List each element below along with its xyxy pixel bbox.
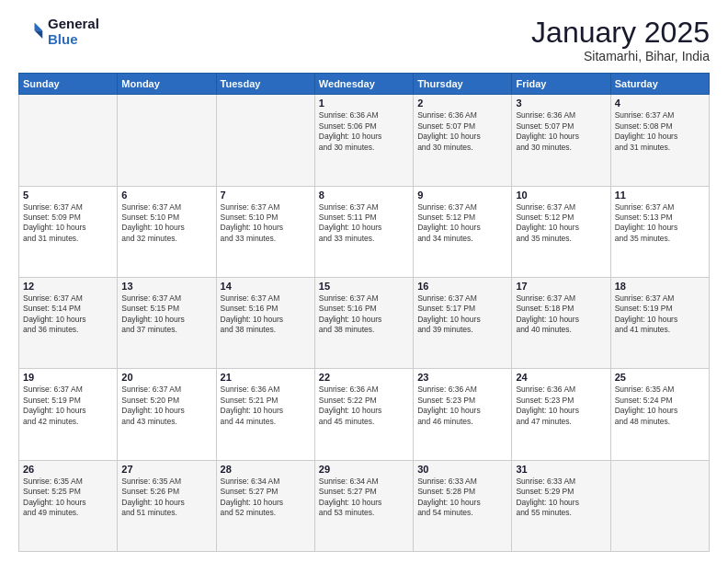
cell-info-line: and 31 minutes. [23, 234, 113, 244]
cell-info-line: Sunset: 5:28 PM [417, 487, 507, 497]
day-number: 20 [121, 372, 211, 383]
cell-info-line: and 30 minutes. [417, 143, 507, 153]
cell-info-line: Sunset: 5:26 PM [121, 487, 211, 497]
cell-info: Sunrise: 6:37 AMSunset: 5:12 PMDaylight:… [417, 202, 507, 245]
day-number: 5 [23, 190, 113, 201]
cell-info-line: Sunset: 5:08 PM [615, 121, 705, 132]
cell-info: Sunrise: 6:37 AMSunset: 5:11 PMDaylight:… [319, 202, 409, 245]
cell-info-line: Daylight: 10 hours [516, 315, 606, 325]
cell-info: Sunrise: 6:35 AMSunset: 5:24 PMDaylight:… [615, 385, 705, 427]
cell-info-line: Sunset: 5:07 PM [417, 121, 507, 132]
calendar-cell: 5Sunrise: 6:37 AMSunset: 5:09 PMDaylight… [19, 186, 118, 277]
cell-info-line: Sunset: 5:20 PM [121, 396, 211, 406]
calendar-cell: 4Sunrise: 6:37 AMSunset: 5:08 PMDaylight… [610, 95, 709, 186]
calendar-body: 1Sunrise: 6:36 AMSunset: 5:06 PMDaylight… [19, 95, 710, 552]
cell-info-line: Daylight: 10 hours [516, 498, 606, 508]
cell-info-line: Sunset: 5:13 PM [615, 213, 705, 223]
cell-info-line: Daylight: 10 hours [121, 406, 211, 416]
cell-info-line: Sunrise: 6:37 AM [121, 202, 211, 213]
day-number: 10 [516, 190, 606, 201]
cell-info-line: and 46 minutes. [417, 417, 507, 427]
cell-info: Sunrise: 6:37 AMSunset: 5:10 PMDaylight:… [221, 202, 311, 245]
calendar-cell: 28Sunrise: 6:34 AMSunset: 5:27 PMDayligh… [216, 460, 314, 551]
cell-info-line: Sunrise: 6:35 AM [23, 477, 113, 487]
calendar-cell: 3Sunrise: 6:36 AMSunset: 5:07 PMDaylight… [512, 95, 610, 186]
calendar-cell: 31Sunrise: 6:33 AMSunset: 5:29 PMDayligh… [512, 460, 610, 551]
cell-info-line: Daylight: 10 hours [23, 223, 113, 233]
cell-info-line: Sunrise: 6:37 AM [23, 293, 113, 304]
cell-info: Sunrise: 6:37 AMSunset: 5:09 PMDaylight:… [23, 202, 113, 245]
cell-info-line: Daylight: 10 hours [23, 315, 113, 325]
weekday-header-row: SundayMondayTuesdayWednesdayThursdayFrid… [19, 74, 710, 95]
cell-info: Sunrise: 6:37 AMSunset: 5:08 PMDaylight:… [615, 110, 705, 153]
calendar-cell: 23Sunrise: 6:36 AMSunset: 5:23 PMDayligh… [414, 369, 512, 460]
cell-info-line: and 38 minutes. [319, 325, 409, 335]
cell-info-line: Sunset: 5:06 PM [319, 121, 409, 132]
cell-info-line: and 35 minutes. [516, 234, 606, 244]
day-number: 26 [23, 464, 113, 475]
weekday-header-cell: Saturday [610, 74, 709, 95]
cell-info-line: and 55 minutes. [516, 508, 606, 518]
cell-info-line: and 32 minutes. [121, 234, 211, 244]
cell-info-line: Sunrise: 6:33 AM [417, 477, 507, 487]
cell-info-line: Sunrise: 6:34 AM [319, 477, 409, 487]
cell-info-line: and 35 minutes. [615, 234, 705, 244]
cell-info-line: Daylight: 10 hours [516, 132, 606, 142]
calendar-week-row: 19Sunrise: 6:37 AMSunset: 5:19 PMDayligh… [19, 369, 710, 460]
cell-info-line: Daylight: 10 hours [615, 315, 705, 325]
calendar-week-row: 5Sunrise: 6:37 AMSunset: 5:09 PMDaylight… [19, 186, 710, 277]
logo: General Blue [18, 17, 99, 47]
cell-info-line: Daylight: 10 hours [417, 406, 507, 416]
cell-info-line: and 52 minutes. [221, 508, 311, 518]
cell-info: Sunrise: 6:37 AMSunset: 5:15 PMDaylight:… [121, 293, 211, 336]
day-number: 24 [516, 372, 606, 383]
location: Sitamarhi, Bihar, India [531, 49, 710, 63]
cell-info-line: Daylight: 10 hours [121, 315, 211, 325]
cell-info-line: Sunset: 5:12 PM [516, 213, 606, 223]
cell-info-line: Sunset: 5:10 PM [221, 213, 311, 223]
cell-info-line: Sunset: 5:16 PM [221, 304, 311, 314]
day-number: 1 [319, 98, 409, 109]
day-number: 13 [121, 281, 211, 292]
calendar-cell: 1Sunrise: 6:36 AMSunset: 5:06 PMDaylight… [314, 95, 413, 186]
cell-info-line: and 34 minutes. [417, 234, 507, 244]
calendar-cell: 22Sunrise: 6:36 AMSunset: 5:22 PMDayligh… [314, 369, 413, 460]
cell-info-line: Sunrise: 6:37 AM [319, 293, 409, 304]
day-number: 15 [319, 281, 409, 292]
cell-info-line: Sunrise: 6:36 AM [417, 385, 507, 395]
weekday-header-cell: Monday [118, 74, 216, 95]
cell-info-line: Sunset: 5:21 PM [221, 396, 311, 406]
cell-info-line: Sunrise: 6:37 AM [615, 293, 705, 304]
cell-info: Sunrise: 6:37 AMSunset: 5:18 PMDaylight:… [516, 293, 606, 336]
cell-info-line: Daylight: 10 hours [121, 223, 211, 233]
calendar-cell: 30Sunrise: 6:33 AMSunset: 5:28 PMDayligh… [414, 460, 512, 551]
cell-info-line: Sunset: 5:23 PM [516, 396, 606, 406]
cell-info-line: Daylight: 10 hours [319, 132, 409, 142]
calendar-cell: 26Sunrise: 6:35 AMSunset: 5:25 PMDayligh… [19, 460, 118, 551]
day-number: 14 [221, 281, 311, 292]
calendar-cell: 15Sunrise: 6:37 AMSunset: 5:16 PMDayligh… [314, 277, 413, 368]
calendar-cell [19, 95, 118, 186]
weekday-header-cell: Friday [512, 74, 610, 95]
cell-info-line: Daylight: 10 hours [319, 406, 409, 416]
day-number: 21 [221, 372, 311, 383]
cell-info-line: Sunset: 5:15 PM [121, 304, 211, 314]
cell-info: Sunrise: 6:36 AMSunset: 5:07 PMDaylight:… [516, 110, 606, 153]
header: General Blue January 2025 Sitamarhi, Bih… [18, 17, 710, 63]
cell-info-line: Daylight: 10 hours [615, 132, 705, 142]
cell-info-line: and 54 minutes. [417, 508, 507, 518]
svg-marker-1 [35, 30, 43, 39]
logo-text: General Blue [48, 17, 99, 47]
day-number: 18 [615, 281, 705, 292]
cell-info-line: and 30 minutes. [516, 143, 606, 153]
calendar-cell: 12Sunrise: 6:37 AMSunset: 5:14 PMDayligh… [19, 277, 118, 368]
cell-info-line: Daylight: 10 hours [417, 132, 507, 142]
calendar-cell: 27Sunrise: 6:35 AMSunset: 5:26 PMDayligh… [118, 460, 216, 551]
cell-info: Sunrise: 6:36 AMSunset: 5:21 PMDaylight:… [221, 385, 311, 427]
day-number: 23 [417, 372, 507, 383]
cell-info-line: Daylight: 10 hours [417, 315, 507, 325]
day-number: 3 [516, 98, 606, 109]
day-number: 2 [417, 98, 507, 109]
cell-info-line: Sunrise: 6:36 AM [516, 385, 606, 395]
cell-info: Sunrise: 6:36 AMSunset: 5:06 PMDaylight:… [319, 110, 409, 153]
